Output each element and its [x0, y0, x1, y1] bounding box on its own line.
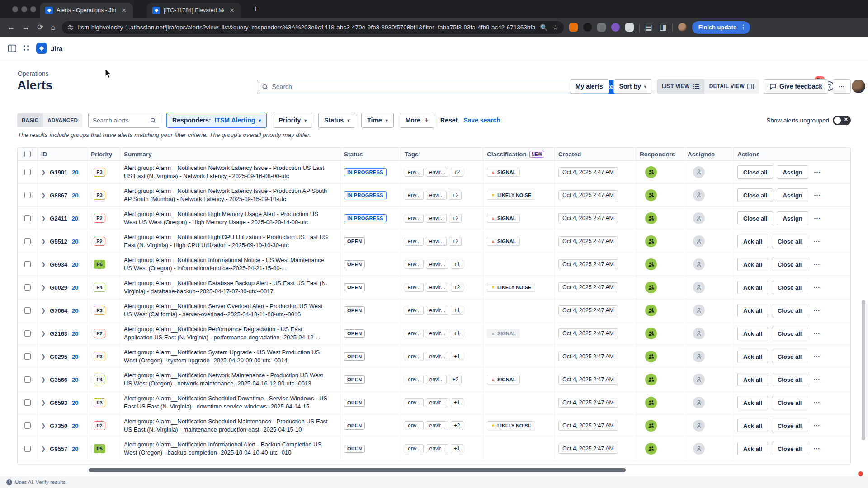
- tag-chip[interactable]: envi...: [426, 191, 447, 200]
- global-search[interactable]: [257, 80, 573, 94]
- tag-chip[interactable]: envir...: [426, 260, 448, 269]
- alert-count-link[interactable]: 20: [72, 238, 78, 245]
- row-checkbox[interactable]: [24, 238, 31, 244]
- expand-chevron-icon[interactable]: ❯: [41, 353, 46, 360]
- alert-summary[interactable]: Alert group: Alarm__Notification Perform…: [124, 325, 336, 342]
- alert-id[interactable]: G6934: [50, 261, 67, 268]
- assign-button[interactable]: Assign: [777, 188, 808, 202]
- browser-tab-inactive[interactable]: [ITO-11784] Elevated Memory ✕: [147, 3, 241, 18]
- expand-chevron-icon[interactable]: ❯: [41, 238, 46, 244]
- expand-chevron-icon[interactable]: ❯: [41, 215, 46, 221]
- row-checkbox[interactable]: [24, 399, 31, 406]
- classification-badge[interactable]: ▲ SIGNAL: [487, 214, 520, 223]
- row-more-button[interactable]: ⋯: [813, 260, 820, 268]
- close-all-button[interactable]: Close all: [772, 304, 807, 317]
- close-all-button[interactable]: Close all: [772, 373, 807, 386]
- ack-all-button[interactable]: Ack all: [737, 442, 768, 455]
- alert-id[interactable]: G0295: [50, 353, 67, 360]
- tag-chip[interactable]: env...: [405, 260, 424, 269]
- tag-chip[interactable]: +2: [449, 191, 462, 200]
- tag-chip[interactable]: env...: [405, 444, 424, 453]
- horizontal-scrollbar-thumb[interactable]: [89, 468, 626, 472]
- responders-avatar[interactable]: [645, 374, 657, 385]
- column-header-summary[interactable]: Summary: [120, 148, 340, 160]
- alert-count-link[interactable]: 20: [72, 307, 78, 314]
- alert-search-box[interactable]: [88, 113, 160, 128]
- column-header-priority[interactable]: Priority: [87, 148, 120, 160]
- row-more-button[interactable]: ⋯: [813, 237, 820, 245]
- expand-chevron-icon[interactable]: ❯: [41, 284, 46, 291]
- responders-avatar[interactable]: [645, 328, 657, 339]
- tag-chip[interactable]: +2: [449, 237, 462, 246]
- ack-all-button[interactable]: Ack all: [737, 235, 768, 248]
- priority-filter[interactable]: Priority ▾: [273, 113, 312, 128]
- reload-icon[interactable]: ⟳: [37, 23, 43, 32]
- window-minimize-button[interactable]: [21, 6, 27, 12]
- responders-avatar[interactable]: [645, 212, 657, 224]
- tag-chip[interactable]: env...: [405, 398, 424, 407]
- alert-count-link[interactable]: 20: [72, 446, 78, 452]
- expand-chevron-icon[interactable]: ❯: [41, 422, 46, 429]
- responders-avatar[interactable]: [645, 420, 657, 432]
- alert-summary[interactable]: Alert group: Alarm__Notification Server …: [124, 302, 336, 319]
- alert-search-input[interactable]: [93, 117, 147, 124]
- assignee-avatar[interactable]: [693, 258, 705, 270]
- back-icon[interactable]: ←: [7, 23, 15, 32]
- finish-update-button[interactable]: Finish update ⋯: [692, 21, 750, 34]
- alert-summary[interactable]: Alert group: Alarm__Notification Informa…: [124, 256, 336, 272]
- close-all-button[interactable]: Close all: [772, 258, 807, 271]
- assignee-avatar[interactable]: [693, 420, 705, 432]
- give-feedback-button[interactable]: Give feedback: [764, 79, 828, 94]
- ungrouped-toggle[interactable]: ✕: [833, 116, 851, 125]
- responders-avatar[interactable]: [645, 258, 657, 270]
- expand-chevron-icon[interactable]: ❯: [41, 399, 46, 406]
- column-header-created[interactable]: Created: [555, 148, 636, 160]
- row-checkbox[interactable]: [24, 376, 31, 383]
- user-avatar[interactable]: [852, 80, 865, 93]
- responders-avatar[interactable]: [645, 305, 657, 316]
- classification-badge[interactable]: ▼ LIKELY NOISE: [487, 421, 535, 430]
- tag-chip[interactable]: env...: [405, 375, 424, 384]
- row-more-button[interactable]: ⋯: [813, 445, 820, 453]
- alert-summary[interactable]: Alert group: Alarm__Notification Databas…: [124, 279, 336, 296]
- tag-chip[interactable]: env...: [405, 283, 424, 292]
- column-header-status[interactable]: Status: [340, 148, 401, 160]
- assignee-avatar[interactable]: [693, 351, 705, 362]
- tag-chip[interactable]: env...: [405, 237, 424, 246]
- zoom-page-icon[interactable]: 🔍: [540, 24, 548, 31]
- time-filter[interactable]: Time ▾: [361, 113, 393, 128]
- column-header-responders[interactable]: Responders: [636, 148, 684, 160]
- window-close-button[interactable]: [12, 6, 18, 12]
- tag-chip[interactable]: envir...: [426, 329, 448, 338]
- alert-count-link[interactable]: 20: [72, 192, 78, 199]
- column-header-actions[interactable]: Actions: [734, 148, 850, 160]
- alert-id[interactable]: G1901: [50, 169, 67, 176]
- responders-filter[interactable]: Responders: ITSM Alerting ▾: [166, 113, 267, 128]
- ack-all-button[interactable]: Ack all: [737, 396, 768, 409]
- basic-mode-tab[interactable]: BASIC: [17, 113, 43, 127]
- ack-all-button[interactable]: Ack all: [737, 327, 768, 340]
- ack-all-button[interactable]: Ack all: [737, 304, 768, 317]
- status-filter[interactable]: Status ▾: [318, 113, 355, 128]
- tag-chip[interactable]: +1: [451, 444, 463, 453]
- row-more-button[interactable]: ⋯: [813, 329, 820, 338]
- alert-count-link[interactable]: 20: [71, 215, 78, 222]
- column-header-classification[interactable]: Classification NEW: [483, 148, 555, 160]
- tab-close-icon[interactable]: ✕: [119, 6, 128, 14]
- row-more-button[interactable]: ⋯: [814, 191, 821, 199]
- assignee-avatar[interactable]: [693, 443, 705, 455]
- close-all-button[interactable]: Close all: [772, 235, 807, 248]
- alert-summary[interactable]: Alert group: Alarm__Notification High Me…: [124, 210, 336, 226]
- list-view-tab[interactable]: LIST VIEW: [657, 79, 704, 94]
- responders-avatar[interactable]: [645, 443, 657, 455]
- tag-chip[interactable]: +2: [449, 214, 462, 223]
- close-all-button[interactable]: Close all: [772, 281, 807, 294]
- column-header-tags[interactable]: Tags: [401, 148, 483, 160]
- site-settings-icon[interactable]: [67, 24, 74, 31]
- column-header-assignee[interactable]: Assignee: [684, 148, 734, 160]
- assignee-avatar[interactable]: [693, 397, 705, 408]
- tag-chip[interactable]: +2: [449, 375, 462, 384]
- responders-avatar[interactable]: [645, 397, 657, 408]
- responders-avatar[interactable]: [645, 235, 657, 247]
- alert-summary[interactable]: Alert group: Alarm__Notification System …: [124, 348, 336, 365]
